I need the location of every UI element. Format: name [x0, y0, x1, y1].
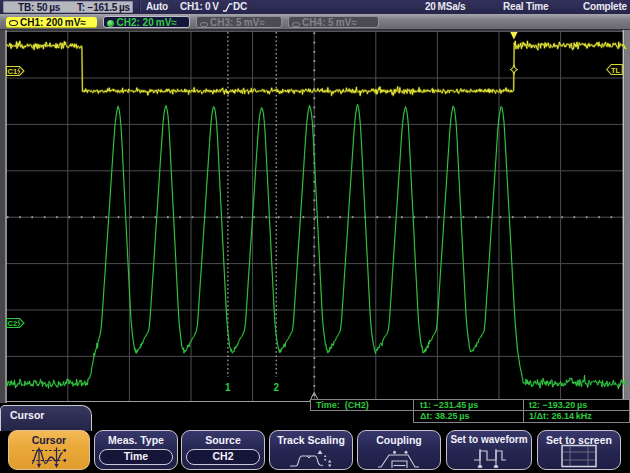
svg-text:2: 2 [273, 382, 279, 393]
svg-text:C2: C2 [8, 319, 18, 328]
svg-text:C1: C1 [8, 67, 18, 76]
svg-text:1: 1 [225, 382, 231, 393]
svg-text:TL: TL [611, 66, 621, 75]
